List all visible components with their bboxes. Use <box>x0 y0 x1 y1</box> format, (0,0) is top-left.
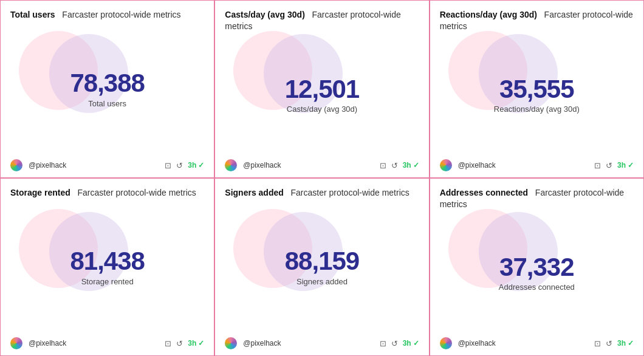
check-icon-signers-added: ✓ <box>413 339 419 347</box>
metric-center-addresses-connected: 37,332 Addresses connected <box>440 215 634 330</box>
avatar-casts-per-day <box>225 159 237 171</box>
metric-center-casts-per-day: 12,501 Casts/day (avg 30d) <box>225 37 419 152</box>
username-casts-per-day: @pixelhack <box>243 161 281 169</box>
time-badge-reactions-per-day: 3h ✓ <box>617 161 634 169</box>
time-value-storage-rented: 3h <box>188 339 196 347</box>
metric-label-total-users: Total users <box>88 99 126 108</box>
footer-icons-total-users: ⊡ ↺ 3h ✓ <box>165 161 204 170</box>
time-badge-total-users: 3h ✓ <box>188 161 204 169</box>
avatar-total-users <box>10 159 22 171</box>
card-addresses-connected: Addresses connected Farcaster protocol-w… <box>430 178 644 356</box>
metric-name-total-users: Total users <box>10 10 55 19</box>
time-value-casts-per-day: 3h <box>403 161 411 169</box>
avatar-storage-rented <box>10 337 22 349</box>
camera-icon-storage-rented[interactable]: ⊡ <box>165 339 171 348</box>
card-storage-rented: Storage rented Farcaster protocol-wide m… <box>0 178 214 356</box>
time-badge-storage-rented: 3h ✓ <box>188 339 204 347</box>
footer-icons-casts-per-day: ⊡ ↺ 3h ✓ <box>380 161 419 170</box>
refresh-icon-casts-per-day[interactable]: ↺ <box>391 161 398 170</box>
refresh-icon-total-users[interactable]: ↺ <box>176 161 183 170</box>
metric-name-casts-per-day: Casts/day (avg 30d) <box>225 10 305 19</box>
metric-center-total-users: 78,388 Total users <box>10 26 204 152</box>
metric-name-signers-added: Signers added <box>225 188 283 197</box>
avatar-signers-added <box>225 337 237 349</box>
metric-label-casts-per-day: Casts/day (avg 30d) <box>287 104 357 114</box>
footer-icons-storage-rented: ⊡ ↺ 3h ✓ <box>165 339 204 348</box>
check-icon-total-users: ✓ <box>198 161 204 169</box>
metric-value-storage-rented: 81,438 <box>70 247 144 275</box>
check-icon-storage-rented: ✓ <box>198 339 204 347</box>
card-footer-reactions-per-day: @pixelhack ⊡ ↺ 3h ✓ <box>440 157 634 171</box>
time-badge-addresses-connected: 3h ✓ <box>617 339 634 347</box>
avatar-reactions-per-day <box>440 159 452 171</box>
username-total-users: @pixelhack <box>29 161 66 169</box>
metrics-grid: Total users Farcaster protocol-wide metr… <box>0 0 644 356</box>
card-reactions-per-day: Reactions/day (avg 30d) Farcaster protoc… <box>430 0 644 178</box>
username-signers-added: @pixelhack <box>243 339 281 347</box>
metric-center-signers-added: 88,159 Signers added <box>225 204 419 330</box>
metric-label-addresses-connected: Addresses connected <box>499 282 575 292</box>
camera-icon-reactions-per-day[interactable]: ⊡ <box>594 161 601 170</box>
refresh-icon-signers-added[interactable]: ↺ <box>391 339 398 348</box>
card-footer-casts-per-day: @pixelhack ⊡ ↺ 3h ✓ <box>225 157 419 171</box>
card-title-casts-per-day: Casts/day (avg 30d) Farcaster protocol-w… <box>225 9 419 32</box>
check-icon-reactions-per-day: ✓ <box>628 161 634 169</box>
footer-icons-addresses-connected: ⊡ ↺ 3h ✓ <box>594 339 634 348</box>
subtitle-signers-added: Farcaster protocol-wide metrics <box>290 188 409 197</box>
metric-name-reactions-per-day: Reactions/day (avg 30d) <box>440 10 537 19</box>
subtitle-storage-rented: Farcaster protocol-wide metrics <box>77 188 196 197</box>
avatar-addresses-connected <box>440 337 452 349</box>
metric-name-storage-rented: Storage rented <box>10 188 70 197</box>
metric-value-addresses-connected: 37,332 <box>499 253 574 281</box>
card-title-total-users: Total users Farcaster protocol-wide metr… <box>10 9 204 21</box>
time-value-signers-added: 3h <box>403 339 411 347</box>
refresh-icon-addresses-connected[interactable]: ↺ <box>606 339 612 348</box>
subtitle-total-users: Farcaster protocol-wide metrics <box>62 10 180 19</box>
metric-value-signers-added: 88,159 <box>285 247 359 275</box>
time-badge-casts-per-day: 3h ✓ <box>403 161 419 169</box>
metric-label-storage-rented: Storage rented <box>81 277 134 286</box>
card-title-signers-added: Signers added Farcaster protocol-wide me… <box>225 187 419 199</box>
card-title-reactions-per-day: Reactions/day (avg 30d) Farcaster protoc… <box>440 9 634 32</box>
time-value-total-users: 3h <box>188 161 196 169</box>
check-icon-casts-per-day: ✓ <box>413 161 419 169</box>
username-storage-rented: @pixelhack <box>29 339 66 347</box>
refresh-icon-reactions-per-day[interactable]: ↺ <box>606 161 612 170</box>
card-footer-total-users: @pixelhack ⊡ ↺ 3h ✓ <box>10 157 204 171</box>
metric-label-reactions-per-day: Reactions/day (avg 30d) <box>494 104 580 114</box>
time-badge-signers-added: 3h ✓ <box>403 339 419 347</box>
username-addresses-connected: @pixelhack <box>458 339 496 347</box>
metric-value-reactions-per-day: 35,555 <box>499 75 574 103</box>
metric-label-signers-added: Signers added <box>296 277 348 286</box>
camera-icon-casts-per-day[interactable]: ⊡ <box>380 161 386 170</box>
metric-center-reactions-per-day: 35,555 Reactions/day (avg 30d) <box>440 37 634 152</box>
card-total-users: Total users Farcaster protocol-wide metr… <box>0 0 214 178</box>
footer-icons-reactions-per-day: ⊡ ↺ 3h ✓ <box>594 161 634 170</box>
time-value-addresses-connected: 3h <box>617 339 626 347</box>
card-casts-per-day: Casts/day (avg 30d) Farcaster protocol-w… <box>214 0 429 178</box>
card-footer-storage-rented: @pixelhack ⊡ ↺ 3h ✓ <box>10 335 204 349</box>
metric-name-addresses-connected: Addresses connected <box>440 188 529 197</box>
metric-value-total-users: 78,388 <box>70 69 144 97</box>
time-value-reactions-per-day: 3h <box>617 161 626 169</box>
check-icon-addresses-connected: ✓ <box>628 339 634 347</box>
camera-icon-addresses-connected[interactable]: ⊡ <box>594 339 601 348</box>
refresh-icon-storage-rented[interactable]: ↺ <box>176 339 183 348</box>
card-title-addresses-connected: Addresses connected Farcaster protocol-w… <box>440 187 634 210</box>
card-footer-addresses-connected: @pixelhack ⊡ ↺ 3h ✓ <box>440 335 634 349</box>
card-footer-signers-added: @pixelhack ⊡ ↺ 3h ✓ <box>225 335 419 349</box>
metric-value-casts-per-day: 12,501 <box>285 75 359 103</box>
camera-icon-signers-added[interactable]: ⊡ <box>380 339 386 348</box>
card-signers-added: Signers added Farcaster protocol-wide me… <box>214 178 429 356</box>
metric-center-storage-rented: 81,438 Storage rented <box>10 204 204 330</box>
footer-icons-signers-added: ⊡ ↺ 3h ✓ <box>380 339 419 348</box>
card-title-storage-rented: Storage rented Farcaster protocol-wide m… <box>10 187 204 199</box>
username-reactions-per-day: @pixelhack <box>458 161 496 169</box>
camera-icon-total-users[interactable]: ⊡ <box>165 161 171 170</box>
